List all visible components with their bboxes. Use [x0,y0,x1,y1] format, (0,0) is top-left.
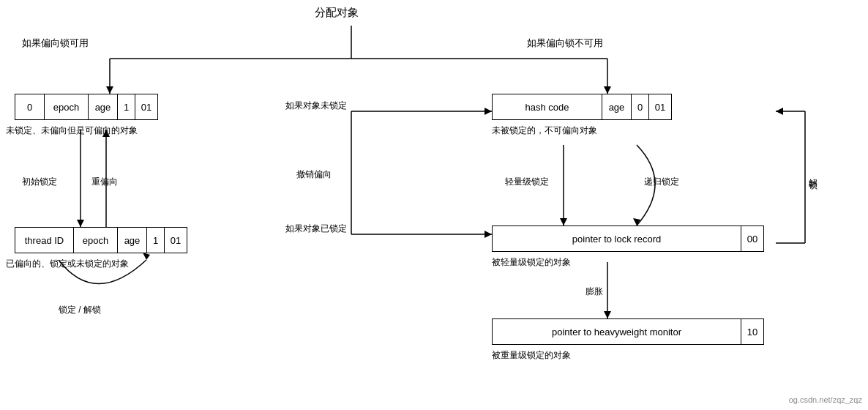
box4: pointer to lock record 00 [492,225,764,252]
box2-cell-2: age [118,228,147,253]
cancel-bias-label: 撤销偏向 [296,168,332,181]
svg-marker-16 [484,231,492,238]
box1-cell-4: 01 [135,94,157,119]
svg-marker-4 [106,86,113,94]
box2-cell-4: 01 [165,228,187,253]
top-label: 分配对象 [315,6,359,20]
if-not-locked-label: 如果对象未锁定 [285,100,347,112]
box4-desc: 被轻量级锁定的对象 [492,256,571,269]
box4-cell-0: pointer to lock record [493,226,741,251]
svg-marker-6 [604,86,611,94]
lightweight-label: 轻量级锁定 [505,176,549,188]
recursive-label: 递归锁定 [644,176,679,188]
diagram: 分配对象 如果偏向锁可用 如果偏向锁不可用 0 epoch age 1 01 未… [0,0,868,410]
box1-cell-3: 1 [118,94,135,119]
box5-cell-0: pointer to heavyweight monitor [493,319,741,344]
box3-cell-2: 0 [632,94,649,119]
box2-desc: 已偏向的、锁定或未锁定的对象 [6,258,129,270]
box1-desc: 未锁定、未偏向但是可偏向的对象 [6,124,138,137]
expand-label: 膨胀 [585,286,603,298]
unlock-label: 解锁 [807,172,819,175]
box3-desc: 未被锁定的，不可偏向对象 [492,124,597,137]
if-locked-label: 如果对象已锁定 [285,223,347,235]
box4-cell-1: 00 [741,226,763,251]
svg-marker-18 [560,218,567,225]
svg-marker-8 [77,220,84,227]
box3-cell-0: hash code [493,94,602,119]
box1: 0 epoch age 1 01 [15,94,158,120]
lock-unlock-label: 锁定 / 解锁 [59,304,101,316]
box3-cell-1: age [602,94,632,119]
box1-cell-2: age [89,94,118,119]
box2-cell-3: 1 [147,228,165,253]
box1-cell-1: epoch [45,94,89,119]
box5-cell-1: 10 [741,319,763,344]
svg-marker-13 [484,108,492,115]
box2-cell-1: epoch [74,228,118,253]
box2-cell-0: thread ID [15,228,74,253]
arrows-svg [0,0,868,410]
svg-marker-25 [776,108,783,115]
svg-marker-21 [604,311,611,318]
left-branch-label: 如果偏向锁可用 [22,37,89,50]
right-branch-label: 如果偏向锁不可用 [527,37,603,50]
watermark: og.csdn.net/zqz_zqz [789,395,862,404]
box1-cell-0: 0 [15,94,45,119]
re-bias-label: 重偏向 [91,176,118,188]
box3-cell-3: 01 [649,94,671,119]
box5-desc: 被重量级锁定的对象 [492,349,571,362]
box3: hash code age 0 01 [492,94,672,120]
svg-marker-11 [143,253,150,260]
box5: pointer to heavyweight monitor 10 [492,318,764,345]
init-lock-label: 初始锁定 [22,176,57,188]
svg-marker-19 [633,218,640,225]
box2: thread ID epoch age 1 01 [15,227,187,253]
